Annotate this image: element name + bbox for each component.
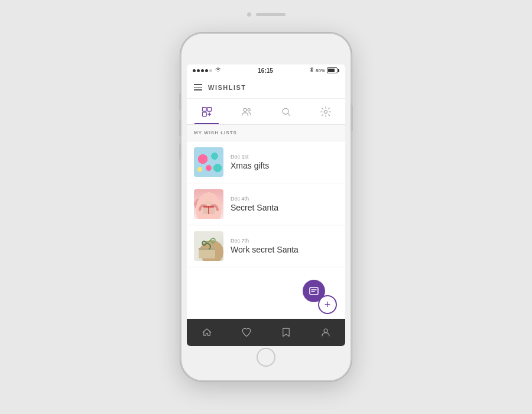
fab-group: +	[303, 280, 337, 314]
section-title: MY WISH LISTS	[194, 130, 237, 135]
name-secret-santa: Secret Santa	[231, 203, 278, 212]
tab-search[interactable]	[266, 99, 306, 124]
hamburger-menu-icon[interactable]	[194, 84, 202, 90]
bottom-nav	[187, 319, 345, 346]
bluetooth-icon	[310, 67, 314, 74]
hamburger-line-3	[194, 89, 202, 90]
section-header: MY WISH LISTS	[187, 125, 345, 141]
svg-point-3	[244, 108, 246, 111]
status-time: 16:15	[258, 67, 273, 74]
list-info-xmas: Dec 1st Xmas gifts	[231, 154, 269, 170]
bottom-nav-favorites[interactable]	[226, 319, 266, 346]
signal-dot-2	[197, 69, 200, 72]
svg-point-13	[324, 329, 327, 332]
phone-shell: 16:15 80%	[180, 33, 352, 381]
svg-rect-1	[207, 107, 211, 111]
tab-settings[interactable]	[306, 99, 345, 124]
home-button-area	[257, 346, 275, 368]
signal-area	[193, 67, 221, 73]
signal-dot-5	[209, 69, 212, 72]
date-secret-santa: Dec 4th	[231, 196, 278, 202]
list-item-xmas[interactable]: Dec 1st Xmas gifts	[187, 141, 345, 183]
volume-up-button	[179, 119, 181, 136]
svg-rect-2	[202, 112, 206, 116]
thumbnail-secret-santa	[194, 189, 223, 219]
svg-rect-0	[202, 107, 206, 111]
list-item-work-secret-santa[interactable]: Dec 7th Work secret Santa	[187, 225, 345, 267]
name-work-secret-santa: Work secret Santa	[231, 245, 299, 254]
app-header: WISHLIST	[187, 76, 345, 99]
list-info-work-secret-santa: Dec 7th Work secret Santa	[231, 238, 299, 254]
date-work-secret-santa: Dec 7th	[231, 238, 299, 244]
name-xmas: Xmas gifts	[231, 161, 269, 170]
status-right: 80%	[310, 67, 339, 74]
thumbnail-xmas	[194, 147, 223, 177]
signal-dot-3	[201, 69, 204, 72]
bottom-nav-profile[interactable]	[306, 319, 345, 346]
fab-add-button[interactable]: +	[318, 295, 337, 314]
phone-screen: 16:15 80%	[187, 64, 345, 346]
nav-tabs	[187, 99, 345, 125]
battery-icon	[327, 67, 339, 73]
hamburger-line-2	[194, 87, 202, 88]
bottom-nav-bookmarks[interactable]	[266, 319, 306, 346]
tab-people[interactable]	[226, 99, 266, 124]
home-button[interactable]	[257, 348, 275, 367]
volume-down-button	[179, 143, 181, 160]
status-bar: 16:15 80%	[187, 64, 345, 76]
battery-percent: 80%	[316, 68, 325, 73]
fab-plus-icon: +	[325, 299, 331, 310]
date-xmas: Dec 1st	[231, 154, 269, 160]
fab-container: +	[303, 280, 337, 314]
svg-point-4	[248, 108, 250, 111]
signal-dot-1	[193, 69, 196, 72]
thumbnail-work-secret-santa	[194, 231, 223, 261]
phone-speaker	[256, 13, 286, 16]
svg-point-5	[283, 108, 288, 114]
front-camera	[247, 12, 251, 17]
tab-wishlist[interactable]	[187, 99, 226, 124]
bottom-nav-home[interactable]	[187, 319, 226, 346]
phone-top	[181, 9, 351, 17]
svg-point-6	[324, 110, 327, 113]
hamburger-line-1	[194, 84, 202, 85]
svg-rect-12	[310, 287, 318, 295]
wifi-icon	[215, 67, 221, 73]
signal-dot-4	[205, 69, 208, 72]
list-info-secret-santa: Dec 4th Secret Santa	[231, 196, 278, 212]
svg-rect-11	[199, 248, 215, 250]
list-item-secret-santa[interactable]: Dec 4th Secret Santa	[187, 183, 345, 225]
app-title: WISHLIST	[208, 84, 246, 91]
